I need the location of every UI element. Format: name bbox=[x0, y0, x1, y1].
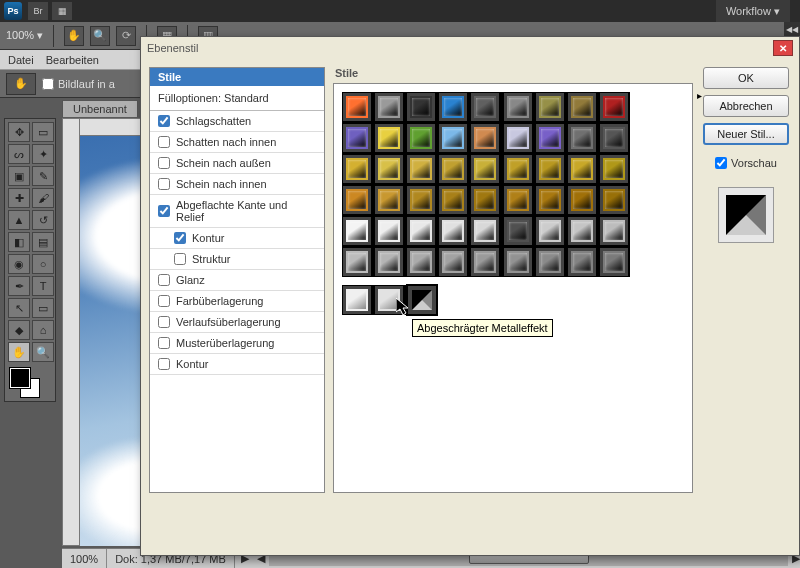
style-preset-2-0[interactable] bbox=[342, 154, 372, 184]
style-preset-5-0[interactable] bbox=[342, 247, 372, 277]
workspace-selector[interactable]: Workflow ▾ bbox=[716, 0, 790, 22]
style-preset-1-7[interactable] bbox=[567, 123, 597, 153]
style-preset-2-3[interactable] bbox=[438, 154, 468, 184]
style-preset-3-4[interactable] bbox=[470, 185, 500, 215]
style-preset-2-5[interactable] bbox=[503, 154, 533, 184]
eyedropper-tool[interactable]: ✎ bbox=[32, 166, 54, 186]
crop-tool[interactable]: ▣ bbox=[8, 166, 30, 186]
effect-schlagschatten[interactable]: Schlagschatten bbox=[150, 111, 324, 132]
style-preset-4-0[interactable] bbox=[342, 216, 372, 246]
style-preset-1-1[interactable] bbox=[374, 123, 404, 153]
close-button[interactable]: ✕ bbox=[773, 40, 793, 56]
document-tab[interactable]: Unbenannt bbox=[62, 100, 138, 117]
style-preset-0-1[interactable] bbox=[374, 92, 404, 122]
style-preset-0-6[interactable] bbox=[535, 92, 565, 122]
style-preset-2-2[interactable] bbox=[406, 154, 436, 184]
history-brush-tool[interactable]: ↺ bbox=[32, 210, 54, 230]
style-preset-2-6[interactable] bbox=[535, 154, 565, 184]
style-preset-4-2[interactable] bbox=[406, 216, 436, 246]
style-preset-5-5[interactable] bbox=[503, 247, 533, 277]
style-preset-3-8[interactable] bbox=[599, 185, 629, 215]
style-preset-5-2[interactable] bbox=[406, 247, 436, 277]
ok-button[interactable]: OK bbox=[703, 67, 789, 89]
style-preset-0-4[interactable] bbox=[470, 92, 500, 122]
effect-muster-berlagerung[interactable]: Musterüberlagerung bbox=[150, 333, 324, 354]
collapse-panels-icon[interactable]: ◀◀ bbox=[784, 22, 800, 36]
style-preset-5-7[interactable] bbox=[567, 247, 597, 277]
marquee-tool[interactable]: ▭ bbox=[32, 122, 54, 142]
effect-struktur[interactable]: Struktur bbox=[150, 249, 324, 270]
effect-abgeflachte-kante-und-relief[interactable]: Abgeflachte Kante und Relief bbox=[150, 195, 324, 228]
style-preset-0-8[interactable] bbox=[599, 92, 629, 122]
style-preset-4-8[interactable] bbox=[599, 216, 629, 246]
menu-edit[interactable]: Bearbeiten bbox=[46, 54, 99, 66]
style-preset-3-3[interactable] bbox=[438, 185, 468, 215]
3d-tool[interactable]: ◆ bbox=[8, 320, 30, 340]
effect-kontur[interactable]: Kontur bbox=[150, 354, 324, 375]
style-preset-4-7[interactable] bbox=[567, 216, 597, 246]
zoom-tool[interactable]: 🔍 bbox=[32, 342, 54, 362]
stamp-tool[interactable]: ▲ bbox=[8, 210, 30, 230]
shape-tool[interactable]: ▭ bbox=[32, 298, 54, 318]
style-preset-4-3[interactable] bbox=[438, 216, 468, 246]
style-preset-2-1[interactable] bbox=[374, 154, 404, 184]
hand-tool[interactable]: ✋ bbox=[8, 342, 30, 362]
style-preset-5-3[interactable] bbox=[438, 247, 468, 277]
style-preset-3-6[interactable] bbox=[535, 185, 565, 215]
effects-header-styles[interactable]: Stile bbox=[150, 68, 324, 86]
style-preset-1-3[interactable] bbox=[438, 123, 468, 153]
style-preset-5-4[interactable] bbox=[470, 247, 500, 277]
style-preset-4-1[interactable] bbox=[374, 216, 404, 246]
presets-flyout-icon[interactable]: ▸ bbox=[694, 90, 704, 100]
move-tool[interactable]: ✥ bbox=[8, 122, 30, 142]
path-tool[interactable]: ↖ bbox=[8, 298, 30, 318]
style-preset-3-1[interactable] bbox=[374, 185, 404, 215]
type-tool[interactable]: T bbox=[32, 276, 54, 296]
zoom-percent[interactable]: 100% ▾ bbox=[6, 29, 43, 42]
zoom-icon[interactable]: 🔍 bbox=[90, 26, 110, 46]
style-preset-1-5[interactable] bbox=[503, 123, 533, 153]
style-preset-3-7[interactable] bbox=[567, 185, 597, 215]
style-preset-5-6[interactable] bbox=[535, 247, 565, 277]
effect-farb-berlagerung[interactable]: Farbüberlagerung bbox=[150, 291, 324, 312]
style-preset-extra-1[interactable] bbox=[374, 285, 404, 315]
style-preset-1-4[interactable] bbox=[470, 123, 500, 153]
preview-checkbox[interactable]: Vorschau bbox=[715, 157, 777, 169]
rotate-icon[interactable]: ⟳ bbox=[116, 26, 136, 46]
bridge-button[interactable]: Br bbox=[28, 2, 48, 20]
style-preset-5-8[interactable] bbox=[599, 247, 629, 277]
style-preset-2-8[interactable] bbox=[599, 154, 629, 184]
style-preset-0-7[interactable] bbox=[567, 92, 597, 122]
style-preset-5-1[interactable] bbox=[374, 247, 404, 277]
style-preset-4-6[interactable] bbox=[535, 216, 565, 246]
style-preset-0-2[interactable] bbox=[406, 92, 436, 122]
style-preset-1-8[interactable] bbox=[599, 123, 629, 153]
effect-glanz[interactable]: Glanz bbox=[150, 270, 324, 291]
brush-tool[interactable]: 🖌 bbox=[32, 188, 54, 208]
style-preset-2-4[interactable] bbox=[470, 154, 500, 184]
gradient-tool[interactable]: ▤ bbox=[32, 232, 54, 252]
heal-tool[interactable]: ✚ bbox=[8, 188, 30, 208]
lasso-tool[interactable]: ᔕ bbox=[8, 144, 30, 164]
style-preset-1-2[interactable] bbox=[406, 123, 436, 153]
style-preset-0-5[interactable] bbox=[503, 92, 533, 122]
dodge-tool[interactable]: ○ bbox=[32, 254, 54, 274]
effect-schein-nach-innen[interactable]: Schein nach innen bbox=[150, 174, 324, 195]
hand-icon[interactable]: ✋ bbox=[64, 26, 84, 46]
effect-kontur[interactable]: Kontur bbox=[150, 228, 324, 249]
style-preset-3-2[interactable] bbox=[406, 185, 436, 215]
effect-schein-nach-au-en[interactable]: Schein nach außen bbox=[150, 153, 324, 174]
blur-tool[interactable]: ◉ bbox=[8, 254, 30, 274]
style-preset-4-4[interactable] bbox=[470, 216, 500, 246]
foreground-color-swatch[interactable] bbox=[10, 368, 30, 388]
wand-tool[interactable]: ✦ bbox=[32, 144, 54, 164]
cancel-button[interactable]: Abbrechen bbox=[703, 95, 789, 117]
style-preset-1-0[interactable] bbox=[342, 123, 372, 153]
style-preset-extra-0[interactable] bbox=[342, 285, 372, 315]
effect-schatten-nach-innen[interactable]: Schatten nach innen bbox=[150, 132, 324, 153]
effect-verlaufs-berlagerung[interactable]: Verlaufsüberlagerung bbox=[150, 312, 324, 333]
menu-file[interactable]: Datei bbox=[8, 54, 34, 66]
film-button[interactable]: ▦ bbox=[52, 2, 72, 20]
style-preset-3-0[interactable] bbox=[342, 185, 372, 215]
new-style-button[interactable]: Neuer Stil... bbox=[703, 123, 789, 145]
